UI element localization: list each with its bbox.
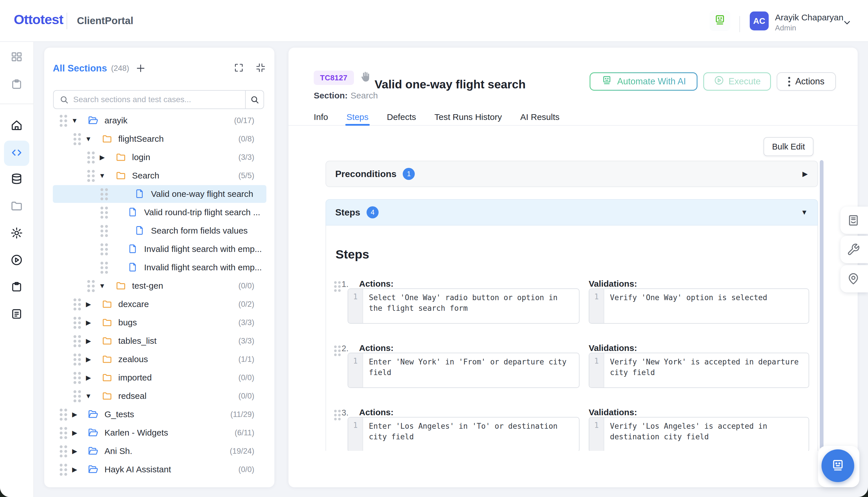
caret-right-icon[interactable]: ▶ bbox=[71, 429, 78, 436]
add-section-button[interactable] bbox=[135, 62, 146, 74]
drag-handle-icon[interactable] bbox=[73, 354, 76, 356]
rail-item-dashboard[interactable] bbox=[4, 45, 29, 70]
rail-item-database[interactable] bbox=[4, 167, 29, 192]
tree-row[interactable]: ▼ Search (5/5) bbox=[44, 167, 275, 185]
caret-down-icon[interactable]: ▼ bbox=[801, 208, 808, 216]
tree-row[interactable]: Invalid flight search with emp... bbox=[44, 240, 275, 258]
all-sections-link[interactable]: All Sections bbox=[53, 63, 107, 74]
tab-steps[interactable]: Steps bbox=[347, 109, 368, 125]
expand-all-icon[interactable] bbox=[234, 62, 244, 74]
validations-text[interactable]: Verify 'New York' is accepted in departu… bbox=[604, 353, 809, 387]
caret-right-icon[interactable]: ▶ bbox=[71, 411, 78, 418]
tree-row[interactable]: ▼ flightSearch (0/8) bbox=[44, 130, 275, 148]
ai-bot-button[interactable] bbox=[710, 10, 730, 31]
tree-row[interactable]: Search form fields values bbox=[44, 222, 275, 240]
caret-down-icon[interactable]: ▼ bbox=[85, 393, 92, 399]
drag-handle-icon[interactable] bbox=[73, 298, 76, 301]
preconditions-accordion[interactable]: Preconditions 1 ▶ bbox=[325, 161, 818, 187]
drag-handle-icon[interactable] bbox=[60, 445, 62, 448]
drag-handle-icon[interactable] bbox=[100, 188, 103, 191]
caret-right-icon[interactable]: ▶ bbox=[85, 320, 92, 326]
actions-editor[interactable]: 1 Enter 'New York' in 'From' or departur… bbox=[348, 353, 579, 388]
tree-row[interactable]: ▶ Karlen - Widgets (6/11) bbox=[44, 424, 275, 442]
tools-button[interactable] bbox=[840, 236, 868, 263]
caret-right-icon[interactable]: ▶ bbox=[99, 154, 106, 161]
tree-row[interactable]: ▶ G_tests (11/29) bbox=[44, 405, 275, 424]
caret-right-icon[interactable]: ▶ bbox=[802, 170, 808, 178]
tree-row[interactable]: ▶ dexcare (0/2) bbox=[44, 295, 275, 313]
tree-row[interactable]: Valid round-trip flight search ... bbox=[44, 203, 275, 222]
rail-item-settings[interactable] bbox=[4, 221, 29, 246]
rail-item-home[interactable] bbox=[4, 113, 29, 138]
avatar[interactable]: AC bbox=[750, 12, 769, 30]
drag-handle-icon[interactable] bbox=[100, 262, 103, 265]
tree-row[interactable]: ▶ zealous (1/1) bbox=[44, 350, 275, 368]
tab-test-runs-history[interactable]: Test Runs History bbox=[434, 109, 502, 125]
collapse-all-icon[interactable] bbox=[255, 62, 266, 74]
drag-handle-icon[interactable] bbox=[100, 207, 103, 210]
drag-handle-icon[interactable] bbox=[60, 464, 62, 467]
drag-handle-icon[interactable] bbox=[100, 243, 103, 246]
drag-handle-icon[interactable] bbox=[73, 390, 76, 393]
chevron-down-icon[interactable] bbox=[842, 18, 852, 29]
tree-row[interactable]: ▼ test-gen (0/0) bbox=[44, 276, 275, 295]
search-input[interactable] bbox=[73, 95, 245, 104]
rail-item-plans[interactable] bbox=[4, 275, 29, 300]
caret-down-icon[interactable]: ▼ bbox=[99, 172, 106, 179]
bulk-edit-button[interactable]: Bulk Edit bbox=[764, 137, 813, 156]
tab-info[interactable]: Info bbox=[314, 109, 328, 125]
rail-item-runs[interactable] bbox=[4, 248, 29, 273]
drag-handle-icon[interactable] bbox=[73, 133, 76, 136]
actions-text[interactable]: Select 'One Way' radio button or option … bbox=[363, 289, 579, 323]
drag-handle-icon[interactable] bbox=[60, 409, 62, 411]
brand-logo[interactable]: Ottotest bbox=[14, 12, 63, 27]
validations-text[interactable]: Verify 'Los Angeles' is accepted in dest… bbox=[604, 417, 809, 451]
steps-accordion[interactable]: Steps 4 ▼ bbox=[325, 199, 818, 226]
drag-handle-icon[interactable] bbox=[334, 410, 337, 412]
automate-with-ai-button[interactable]: Automate With AI bbox=[590, 72, 698, 91]
caret-right-icon[interactable]: ▶ bbox=[71, 448, 78, 455]
drag-handle-icon[interactable] bbox=[334, 345, 337, 348]
locator-button[interactable] bbox=[840, 265, 868, 293]
drag-handle-icon[interactable] bbox=[73, 335, 76, 338]
tree-row[interactable]: ▶ bugs (3/3) bbox=[44, 313, 275, 332]
rail-item-board[interactable] bbox=[4, 72, 29, 98]
search-submit-button[interactable] bbox=[245, 91, 264, 109]
drag-handle-icon[interactable] bbox=[73, 317, 76, 320]
tree-row[interactable]: ▶ Ani Sh. (19/24) bbox=[44, 442, 275, 460]
actions-text[interactable]: Enter 'New York' in 'From' or departure … bbox=[363, 353, 579, 387]
caret-down-icon[interactable]: ▼ bbox=[99, 283, 106, 289]
actions-editor[interactable]: 1 Enter 'Los Angeles' in 'To' or destina… bbox=[348, 417, 579, 451]
execute-button[interactable]: Execute bbox=[703, 72, 771, 91]
actions-editor[interactable]: 1 Select 'One Way' radio button or optio… bbox=[348, 288, 579, 324]
tree-row[interactable]: ▶ imported (0/0) bbox=[44, 368, 275, 387]
tree-row[interactable]: ▼ redseal (0/0) bbox=[44, 387, 275, 405]
report-tool-button[interactable] bbox=[840, 207, 868, 234]
caret-down-icon[interactable]: ▼ bbox=[71, 117, 78, 124]
rail-item-test-cases[interactable] bbox=[4, 141, 29, 166]
actions-button[interactable]: Actions bbox=[777, 72, 836, 91]
caret-right-icon[interactable]: ▶ bbox=[85, 301, 92, 308]
validations-editor[interactable]: 1 Verify 'One Way' option is selected bbox=[589, 288, 809, 324]
drag-handle-icon[interactable] bbox=[73, 372, 76, 375]
actions-text[interactable]: Enter 'Los Angeles' in 'To' or destinati… bbox=[363, 417, 579, 451]
tree-row-selected[interactable]: Valid one-way flight search bbox=[44, 185, 275, 203]
tree-row[interactable]: ▶ Hayk AI Assistant (0/0) bbox=[44, 460, 275, 479]
tree-row[interactable]: ▼ arayik (0/17) bbox=[44, 111, 275, 130]
caret-right-icon[interactable]: ▶ bbox=[85, 374, 92, 381]
tab-defects[interactable]: Defects bbox=[387, 109, 416, 125]
caret-right-icon[interactable]: ▶ bbox=[85, 338, 92, 344]
validations-text[interactable]: Verify 'One Way' option is selected bbox=[604, 289, 809, 323]
validations-editor[interactable]: 1 Verify 'New York' is accepted in depar… bbox=[589, 353, 809, 388]
drag-handle-icon[interactable] bbox=[87, 280, 90, 283]
drag-handle-icon[interactable] bbox=[60, 115, 62, 118]
drag-handle-icon[interactable] bbox=[100, 225, 103, 228]
rail-item-files[interactable] bbox=[4, 194, 29, 219]
tab-ai-results[interactable]: AI Results bbox=[520, 109, 560, 125]
vertical-scrollbar[interactable] bbox=[820, 160, 824, 449]
drag-handle-icon[interactable] bbox=[60, 427, 62, 430]
tree-row[interactable]: ▶ tables_list (3/3) bbox=[44, 332, 275, 350]
tree-row[interactable]: ▶ login (3/3) bbox=[44, 148, 275, 167]
validations-editor[interactable]: 1 Verify 'Los Angeles' is accepted in de… bbox=[589, 417, 809, 451]
drag-handle-icon[interactable] bbox=[334, 281, 337, 284]
